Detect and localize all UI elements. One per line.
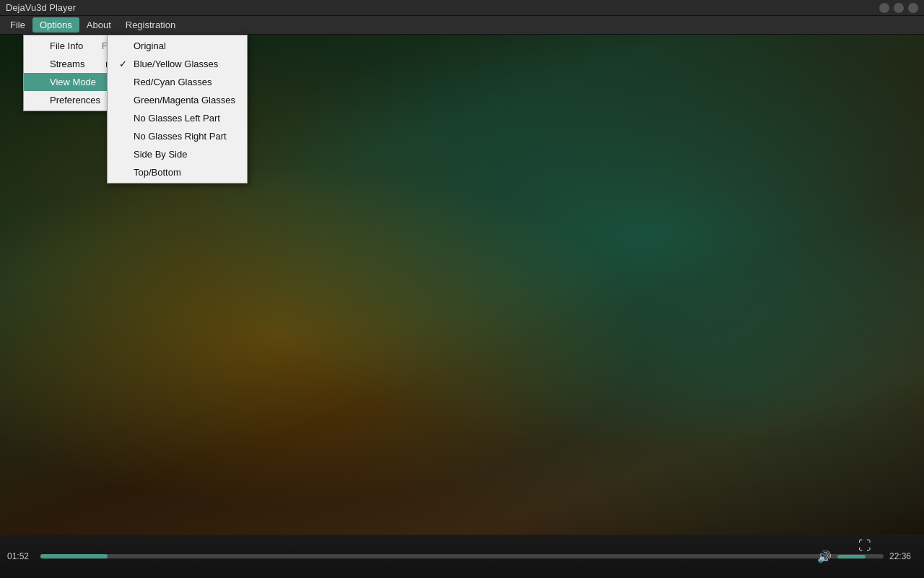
viewmode-submenu: Original ✓ Blue/Yellow Glasses Red/Cyan … — [107, 35, 248, 184]
check-preferences — [35, 95, 45, 105]
viewmode-blue-yellow[interactable]: ✓ Blue/Yellow Glasses — [108, 55, 247, 73]
viewmode-no-glasses-right[interactable]: No Glasses Right Part — [108, 127, 247, 145]
menu-registration[interactable]: Registration — [118, 17, 183, 33]
volume-bar-fill — [837, 555, 866, 558]
check-original — [119, 40, 129, 51]
titlebar-controls — [879, 3, 918, 13]
viewmode-original[interactable]: Original — [108, 37, 247, 55]
check-file-info — [35, 40, 45, 51]
fullscreen-button[interactable]: ⛶ — [856, 537, 873, 554]
check-view-mode — [35, 77, 45, 87]
volume-bar[interactable] — [837, 555, 881, 558]
current-time: 01:52 — [7, 551, 35, 561]
minimize-btn[interactable] — [879, 3, 889, 13]
volume-area: 🔊 ⛶ — [816, 548, 881, 565]
menu-about[interactable]: About — [79, 17, 118, 33]
titlebar: DejaVu3d Player — [0, 0, 924, 16]
menubar: File Options About Registration — [0, 16, 924, 35]
maximize-btn[interactable] — [894, 3, 904, 13]
viewmode-red-cyan[interactable]: Red/Cyan Glasses — [108, 73, 247, 91]
progress-bar-fill — [40, 554, 108, 558]
controlbar: 01:52 22:36 🔊 ⛶ const data = JSON.parse(… — [0, 535, 924, 578]
check-blue-yellow: ✓ — [119, 59, 129, 69]
progress-bar[interactable] — [40, 554, 884, 558]
check-top-bottom — [119, 167, 129, 178]
total-time: 22:36 — [889, 551, 917, 561]
progress-row: 01:52 22:36 🔊 ⛶ — [7, 551, 917, 561]
viewmode-no-glasses-left[interactable]: No Glasses Left Part — [108, 109, 247, 127]
volume-icon[interactable]: 🔊 — [816, 548, 833, 565]
check-green-magenta — [119, 95, 129, 105]
viewmode-top-bottom[interactable]: Top/Bottom — [108, 163, 247, 181]
menu-options[interactable]: Options — [32, 17, 79, 33]
check-side-by-side — [119, 149, 129, 160]
menu-file[interactable]: File — [3, 17, 32, 33]
close-btn[interactable] — [908, 3, 918, 13]
check-red-cyan — [119, 77, 129, 87]
check-streams — [35, 59, 45, 69]
app-title: DejaVu3d Player — [6, 2, 76, 13]
viewmode-green-magenta[interactable]: Green/Magenta Glasses — [108, 91, 247, 109]
viewmode-side-by-side[interactable]: Side By Side — [108, 145, 247, 163]
check-no-glasses-right — [119, 131, 129, 142]
check-no-glasses-left — [119, 113, 129, 124]
